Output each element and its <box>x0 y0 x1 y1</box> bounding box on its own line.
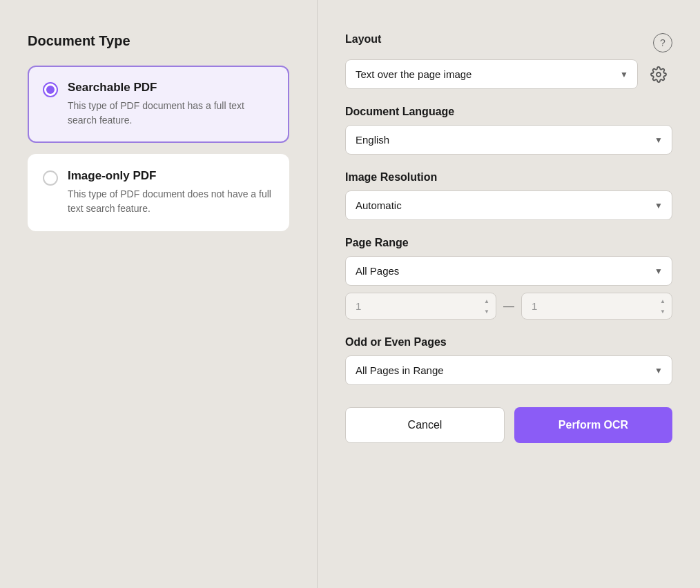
page-from-stepper: ▲ ▼ <box>480 296 494 316</box>
language-select[interactable]: English French German Spanish Chinese Ja… <box>345 125 672 155</box>
cancel-button[interactable]: Cancel <box>345 407 505 443</box>
document-language-label: Document Language <box>345 106 672 118</box>
layout-select[interactable]: Text over the page image Text below page… <box>345 59 638 89</box>
left-panel: Document Type Searchable PDF This type o… <box>0 0 318 588</box>
resolution-select[interactable]: Automatic 72 DPI 150 DPI 300 DPI 600 DPI <box>345 190 672 220</box>
imageonly-pdf-radio[interactable] <box>43 170 58 186</box>
odd-even-select[interactable]: All Pages in Range Odd Pages Only Even P… <box>345 355 672 385</box>
page-from-wrapper: ▲ ▼ <box>345 293 496 320</box>
page-to-wrapper: ▲ ▼ <box>521 293 672 320</box>
image-resolution-group: Image Resolution Automatic 72 DPI 150 DP… <box>345 171 672 220</box>
page-range-row: ▲ ▼ — ▲ ▼ <box>345 293 672 320</box>
searchable-pdf-card[interactable]: Searchable PDF This type of PDF document… <box>28 66 289 143</box>
imageonly-pdf-desc: This type of PDF document does not have … <box>68 187 274 216</box>
button-row: Cancel Perform OCR <box>345 407 672 443</box>
gear-icon <box>650 66 667 83</box>
imageonly-pdf-card[interactable]: Image-only PDF This type of PDF document… <box>28 154 289 231</box>
layout-select-wrapper: Text over the page image Text below page… <box>345 59 638 89</box>
gear-button[interactable] <box>645 61 672 88</box>
page-range-select[interactable]: All Pages Custom Range <box>345 256 672 286</box>
odd-even-select-wrapper: All Pages in Range Odd Pages Only Even P… <box>345 355 672 385</box>
page-to-stepper: ▲ ▼ <box>656 296 670 316</box>
layout-select-row: Text over the page image Text below page… <box>345 59 672 89</box>
perform-ocr-button[interactable]: Perform OCR <box>514 407 672 443</box>
page-from-input[interactable] <box>345 293 496 320</box>
page-from-down[interactable]: ▼ <box>480 306 494 316</box>
image-resolution-label: Image Resolution <box>345 171 672 184</box>
layout-header: Layout ? <box>345 33 672 52</box>
layout-label: Layout <box>345 33 381 46</box>
language-select-wrapper: English French German Spanish Chinese Ja… <box>345 125 672 155</box>
imageonly-pdf-title: Image-only PDF <box>68 169 274 183</box>
page-to-up[interactable]: ▲ <box>656 296 670 306</box>
page-range-select-wrapper: All Pages Custom Range ▼ <box>345 256 672 286</box>
imageonly-pdf-content: Image-only PDF This type of PDF document… <box>68 169 274 216</box>
layout-field-group: Layout ? Text over the page image Text b… <box>345 33 672 89</box>
document-type-title: Document Type <box>28 33 289 49</box>
page-range-group: Page Range All Pages Custom Range ▼ ▲ ▼ … <box>345 237 672 320</box>
svg-point-0 <box>657 72 661 77</box>
page-to-down[interactable]: ▼ <box>656 306 670 316</box>
page-range-label: Page Range <box>345 237 672 249</box>
right-panel: Layout ? Text over the page image Text b… <box>318 0 700 588</box>
document-language-group: Document Language English French German … <box>345 106 672 155</box>
odd-even-group: Odd or Even Pages All Pages in Range Odd… <box>345 336 672 385</box>
searchable-pdf-title: Searchable PDF <box>68 81 274 95</box>
searchable-pdf-desc: This type of PDF document has a full tex… <box>68 99 274 128</box>
resolution-select-wrapper: Automatic 72 DPI 150 DPI 300 DPI 600 DPI… <box>345 190 672 220</box>
range-dash: — <box>503 300 514 313</box>
help-icon[interactable]: ? <box>653 33 672 52</box>
page-from-up[interactable]: ▲ <box>480 296 494 306</box>
odd-even-label: Odd or Even Pages <box>345 336 672 349</box>
searchable-pdf-radio[interactable] <box>43 82 58 97</box>
page-to-input[interactable] <box>521 293 672 320</box>
searchable-pdf-content: Searchable PDF This type of PDF document… <box>68 81 274 128</box>
